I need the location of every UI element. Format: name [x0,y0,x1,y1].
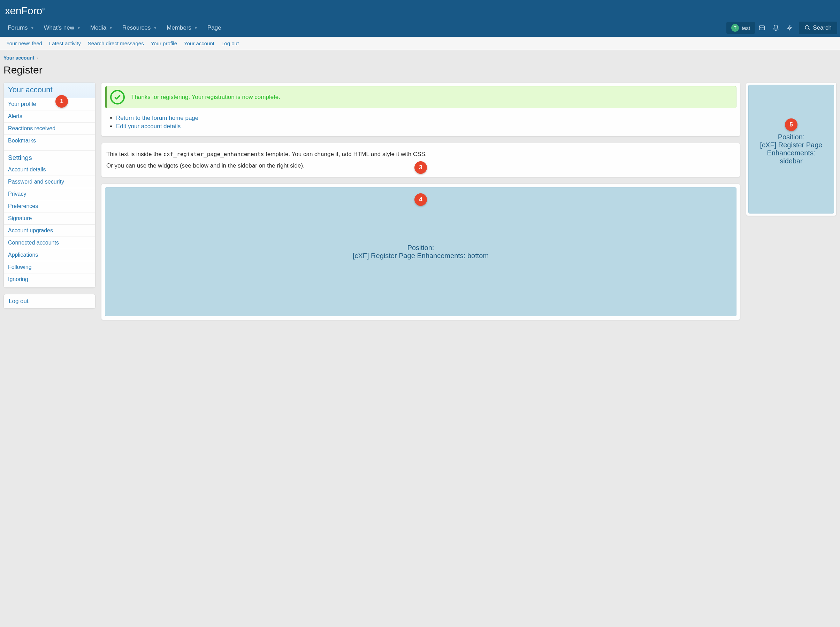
chevron-down-icon: ▼ [194,26,197,30]
subnav-account[interactable]: Your account [181,40,217,47]
settings-heading: Settings [4,150,95,164]
sidebar-item-connected[interactable]: Connected accounts [4,237,95,249]
search-icon [804,25,811,31]
sidebar-item-reactions[interactable]: Reactions received [4,123,95,134]
nav-tab-media[interactable]: Media▼ [85,19,117,37]
nav-tab-label: Resources [122,24,151,32]
nav-right: T test Search [726,19,840,37]
list-item: Edit your account details [116,122,736,131]
sidebar-item-profile[interactable]: Your profile [4,98,95,110]
primary-nav: Forums▼ What's new▼ Media▼ Resources▼ Me… [0,19,840,37]
check-circle-icon [110,90,125,104]
main-column: Thanks for registering. Your registratio… [101,82,740,320]
logout-link[interactable]: Log out [4,295,95,308]
bottom-widget-block: 4 Position: [cXF] Register Page Enhancem… [101,184,740,320]
nav-tab-label: What's new [44,24,74,32]
info-block: 3 This text is inside the cxf_register_p… [101,143,740,177]
username: test [742,25,750,31]
page-title: Register [3,64,837,76]
page-container: Your account › Register Your account 1 Y… [0,50,840,331]
settings-list: Account details Password and security Pr… [4,164,95,287]
widget-label-line1: Position: [778,133,805,141]
subnav-newsfeed[interactable]: Your news feed [3,40,45,47]
chevron-down-icon: ▼ [109,26,112,30]
site-header: xenForo® Forums▼ What's new▼ Media▼ Reso… [0,0,840,37]
nav-tab-page[interactable]: Page [202,19,226,37]
annotation-badge-4: 4 [414,193,427,206]
svg-point-1 [805,25,809,29]
breadcrumb-account[interactable]: Your account [3,55,34,61]
sidebar-item-account-details[interactable]: Account details [4,164,95,176]
edit-account-link[interactable]: Edit your account details [116,123,180,129]
widget-bottom: 4 Position: [cXF] Register Page Enhancem… [105,187,736,316]
nav-tab-whatsnew[interactable]: What's new▼ [39,19,85,37]
inbox-icon[interactable] [755,21,769,35]
nav-tab-label: Page [207,24,221,32]
sidebar-item-bookmarks[interactable]: Bookmarks [4,135,95,147]
sidebar-item-privacy[interactable]: Privacy [4,188,95,200]
success-notice: Thanks for registering. Your registratio… [105,86,736,108]
bell-icon[interactable] [769,21,783,35]
sidebar-item-preferences[interactable]: Preferences [4,200,95,212]
nav-tab-label: Forums [8,24,28,32]
return-home-link[interactable]: Return to the forum home page [116,115,198,121]
avatar: T [731,24,739,32]
logo-text: xenForo® [5,5,44,17]
widget-label-line1: Position: [407,244,434,252]
notice-text: Thanks for registering. Your registratio… [131,94,280,101]
annotation-badge-1: 1 [55,95,68,108]
register-complete-block: Thanks for registering. Your registratio… [101,82,740,137]
account-nav-block: Your account 1 Your profile Alerts React… [3,82,95,288]
user-menu[interactable]: T test [726,22,755,34]
nav-tab-resources[interactable]: Resources▼ [117,19,162,37]
account-nav-list: Your profile Alerts Reactions received B… [4,98,95,149]
chevron-down-icon: ▼ [153,26,157,30]
logout-block: Log out [3,294,95,309]
subnav-logout[interactable]: Log out [218,40,242,47]
sidebar-item-upgrades[interactable]: Account upgrades [4,225,95,236]
sidebar-item-alerts[interactable]: Alerts [4,110,95,122]
annotation-badge-5: 5 [785,118,797,131]
notice-accent [105,87,107,108]
nav-tab-members[interactable]: Members▼ [162,19,202,37]
subnav-profile[interactable]: Your profile [148,40,180,47]
nav-tab-label: Members [167,24,191,32]
widget-sidebar: 5 Position: [cXF] Register Page Enhancem… [748,85,834,214]
text-span: template. You can change it, add HTML an… [264,151,426,158]
search-label: Search [813,24,832,32]
list-item: Return to the forum home page [116,114,736,122]
lightning-icon[interactable] [783,21,797,35]
right-sidebar: 5 Position: [cXF] Register Page Enhancem… [746,82,837,216]
logo[interactable]: xenForo® [0,0,840,19]
info-paragraph-1: This text is inside the cxf_register_pag… [106,150,735,159]
widget-label-line2: [cXF] Register Page Enhancements: sideba… [756,141,827,165]
nav-tab-label: Media [90,24,106,32]
widget-label-line2: [cXF] Register Page Enhancements: bottom [353,252,489,260]
subnav-dms[interactable]: Search direct messages [85,40,147,47]
template-name-code: cxf_register_page_enhancements [163,151,264,158]
layout: Your account 1 Your profile Alerts React… [3,82,837,320]
chevron-right-icon: › [36,55,38,61]
annotation-badge-3: 3 [414,161,427,174]
next-steps-list: Return to the forum home page Edit your … [101,112,740,136]
breadcrumb: Your account › [3,55,837,61]
sidebar-item-following[interactable]: Following [4,261,95,273]
sub-nav: Your news feed Latest activity Search di… [0,37,840,50]
nav-tab-forums[interactable]: Forums▼ [3,19,39,37]
sidebar-item-applications[interactable]: Applications [4,249,95,261]
account-nav-header: Your account [4,83,95,98]
chevron-down-icon: ▼ [31,26,34,30]
sidebar-item-signature[interactable]: Signature [4,213,95,224]
search-button[interactable]: Search [799,22,837,34]
subnav-latest[interactable]: Latest activity [46,40,84,47]
sidebar-widget-block: 5 Position: [cXF] Register Page Enhancem… [746,82,837,216]
chevron-down-icon: ▼ [77,26,81,30]
account-sidebar: Your account 1 Your profile Alerts React… [3,82,95,309]
sidebar-item-ignoring[interactable]: Ignoring [4,273,95,285]
nav-tabs: Forums▼ What's new▼ Media▼ Resources▼ Me… [0,19,726,37]
sidebar-item-password[interactable]: Password and security [4,176,95,188]
text-span: This text is inside the [106,151,163,158]
